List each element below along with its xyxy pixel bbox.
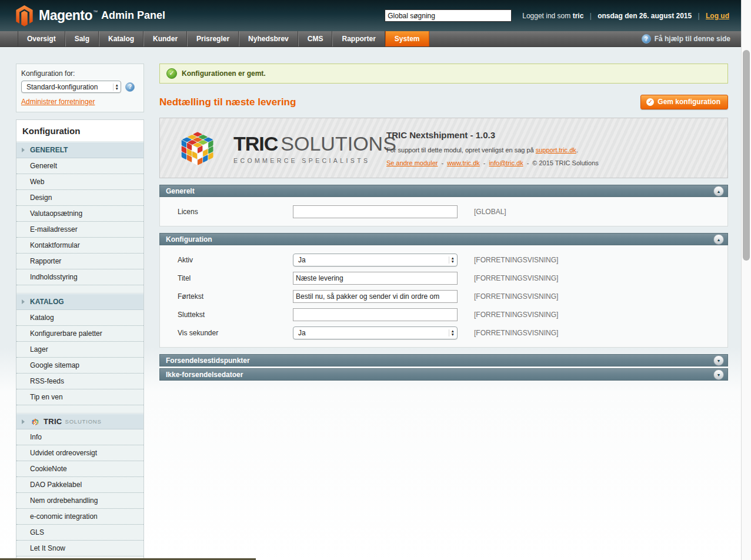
store-scope-value: Standard-konfiguration	[26, 83, 98, 91]
sidebar-item-google-sitemap[interactable]: Google sitemap	[16, 358, 143, 374]
sidebar-section-tric[interactable]: TRICSOLUTIONS	[16, 414, 143, 429]
help-icon	[642, 34, 651, 44]
section-header-forsendelsestidspunkter[interactable]: Forsendelsestidspunkter	[159, 354, 728, 366]
global-search-input[interactable]	[385, 9, 512, 22]
banner-link-www-tric-dk[interactable]: www.tric.dk	[447, 159, 480, 166]
module-links-line: Se andre moduler-www.tric.dk-info@tric.d…	[386, 159, 599, 166]
field-aktiv-value: Ja	[298, 256, 306, 264]
sidebar-item-udvidet-ordreoversigt[interactable]: Udvidet ordreoversigt	[16, 445, 143, 461]
sidebar-item-dao-pakkelabel[interactable]: DAO Pakkelabel	[16, 477, 143, 493]
tric-word-2: SOLUTIONS	[281, 132, 396, 155]
field-licens-input[interactable]	[293, 205, 458, 218]
support-line: For support til dette modul, opret venli…	[386, 146, 599, 154]
sidebar-item-let-it-snow[interactable]: Let It Snow	[16, 541, 143, 556]
field-titel-input[interactable]	[293, 272, 458, 285]
link-separator: -	[483, 159, 486, 166]
nav-tab-oversigt[interactable]: Oversigt	[18, 31, 65, 46]
sidebar-item-rapporter[interactable]: Rapporter	[16, 254, 143, 269]
nav-tab-nyhedsbrev[interactable]: Nyhedsbrev	[239, 31, 298, 46]
save-config-button[interactable]: Gem konfiguration	[640, 95, 728, 109]
field-label-førtekst: Førtekst	[166, 292, 293, 301]
nav-tab-kunder[interactable]: Kunder	[143, 31, 187, 46]
field-row-licens: Licens[GLOBAL]	[166, 205, 722, 218]
sidebar-item-lager[interactable]: Lager	[16, 342, 143, 358]
sidebar-item-konfigurerbare-paletter[interactable]: Konfigurerbare paletter	[16, 326, 143, 342]
current-date: onsdag den 26. august 2015	[598, 12, 692, 20]
select-stepper-icon	[449, 256, 455, 264]
nav-tab-prisregler[interactable]: Prisregler	[187, 31, 239, 46]
scope-help-icon[interactable]	[125, 82, 135, 92]
top-header: Magento™ Admin Panel Logget ind som tric…	[0, 0, 741, 31]
logout-link[interactable]: Log ud	[706, 12, 729, 20]
section-header-generelt[interactable]: Generelt	[159, 185, 728, 197]
section-body-generelt: Licens[GLOBAL]	[159, 197, 728, 226]
support-text: For support til dette modul, opret venli…	[386, 146, 534, 154]
sidebar-item-cookienote[interactable]: CookieNote	[16, 461, 143, 477]
main-nav: OversigtSalgKatalogKunderPrisreglerNyhed…	[0, 31, 741, 47]
expand-ikke-forsendelsedatoer-button[interactable]	[713, 369, 724, 380]
scope-row: Standard-konfiguration	[21, 81, 139, 93]
help-link[interactable]: Få hjælp til denne side	[642, 31, 730, 46]
config-menu-panel: Konfiguration GENERELTGenereltWebDesignV…	[16, 119, 144, 560]
sidebar-item-e-mailadresser[interactable]: E-mailadresser	[16, 222, 143, 238]
field-vis-sekunder-value: Ja	[298, 329, 306, 337]
sidebar-item-nem-ordrebehandling[interactable]: Nem ordrebehandling	[16, 493, 143, 509]
banner-link-se-andre-moduler[interactable]: Se andre moduler	[386, 159, 438, 166]
sidebar-gap	[16, 285, 143, 294]
collapse-generelt-button[interactable]	[713, 186, 724, 196]
nav-tab-system[interactable]: System	[385, 31, 429, 46]
sidebar-item-generelt[interactable]: Generelt	[16, 158, 143, 174]
link-separator: -	[441, 159, 443, 166]
scrollbar[interactable]	[741, 0, 751, 560]
select-stepper-icon	[449, 329, 455, 336]
tric-tagline: ECOMMERCE SPECIALISTS	[233, 157, 396, 164]
sidebar-section-katalog[interactable]: KATALOG	[16, 294, 143, 310]
sidebar-section-generelt[interactable]: GENERELT	[16, 142, 143, 158]
collapse-konfiguration-button[interactable]	[713, 234, 724, 245]
sidebar-item-e-conomic-integration[interactable]: e-conomic integration	[16, 509, 143, 525]
field-row-titel: Titel[FORRETNINGSVISNING]	[166, 272, 722, 285]
sidebar: Konfiguration for: Standard-konfiguratio…	[16, 64, 144, 560]
scrollbar-thumb[interactable]	[743, 50, 750, 261]
sidebar-brand-word: TRIC	[44, 417, 62, 426]
manage-stores-link[interactable]: Administrer forretninger	[21, 98, 95, 106]
banner-link-info-tric-dk[interactable]: info@tric.dk	[489, 159, 523, 166]
tric-word: TRIC	[233, 132, 278, 155]
scope-label-sluttekst: [FORRETNINGSVISNING]	[474, 311, 558, 319]
sidebar-item-tip-en-ven[interactable]: Tip en ven	[16, 389, 143, 405]
sidebar-item-katalog[interactable]: Katalog	[16, 310, 143, 326]
sidebar-item-rss-feeds[interactable]: RSS-feeds	[16, 374, 143, 389]
scope-box: Konfiguration for: Standard-konfiguratio…	[16, 64, 144, 112]
page-title: Nedtælling til næste levering	[159, 96, 296, 108]
sidebar-item-valutaopsætning[interactable]: Valutaopsætning	[16, 206, 143, 222]
field-førtekst-input[interactable]	[293, 290, 458, 303]
sidebar-item-kontaktformular[interactable]: Kontaktformular	[16, 238, 143, 254]
scope-label-aktiv: [FORRETNINGSVISNING]	[474, 256, 558, 264]
header-right: Logget ind som tric | onsdag den 26. aug…	[385, 9, 729, 22]
section-title: Forsendelsestidspunkter	[166, 356, 250, 365]
section-header-ikke-forsendelsedatoer[interactable]: Ikke-forsendelsedatoer	[159, 368, 728, 381]
sidebar-item-design[interactable]: Design	[16, 190, 143, 206]
expand-forsendelsestidspunkter-button[interactable]	[713, 355, 724, 366]
field-vis-sekunder-select[interactable]: Ja	[293, 326, 458, 339]
nav-tab-rapporter[interactable]: Rapporter	[332, 31, 385, 46]
field-aktiv-select[interactable]: Ja	[293, 254, 458, 266]
section-body-konfiguration: AktivJa[FORRETNINGSVISNING]Titel[FORRETN…	[159, 245, 728, 348]
nav-tab-salg[interactable]: Salg	[65, 31, 99, 46]
trademark: ™	[93, 9, 98, 15]
support-link[interactable]: support.tric.dk	[536, 146, 576, 154]
nav-tab-cms[interactable]: CMS	[298, 31, 333, 46]
section-header-konfiguration[interactable]: Konfiguration	[159, 233, 728, 245]
sidebar-item-info[interactable]: Info	[16, 429, 143, 445]
nav-tab-katalog[interactable]: Katalog	[99, 31, 143, 46]
nav-tabs: OversigtSalgKatalogKunderPrisreglerNyhed…	[18, 31, 429, 46]
sidebar-item-web[interactable]: Web	[16, 174, 143, 190]
sidebar-item-indholdsstyring[interactable]: Indholdsstyring	[16, 269, 143, 285]
field-sluttekst-input[interactable]	[293, 308, 458, 321]
copyright: © 2015 TRIC Solutions	[532, 159, 598, 166]
logged-in-user: tric	[573, 12, 584, 20]
sidebar-item-gls[interactable]: GLS	[16, 525, 143, 541]
store-scope-select[interactable]: Standard-konfiguration	[21, 81, 121, 93]
config-menu-title: Konfiguration	[16, 120, 143, 142]
section-generelt: GenereltLicens[GLOBAL]	[159, 185, 728, 226]
